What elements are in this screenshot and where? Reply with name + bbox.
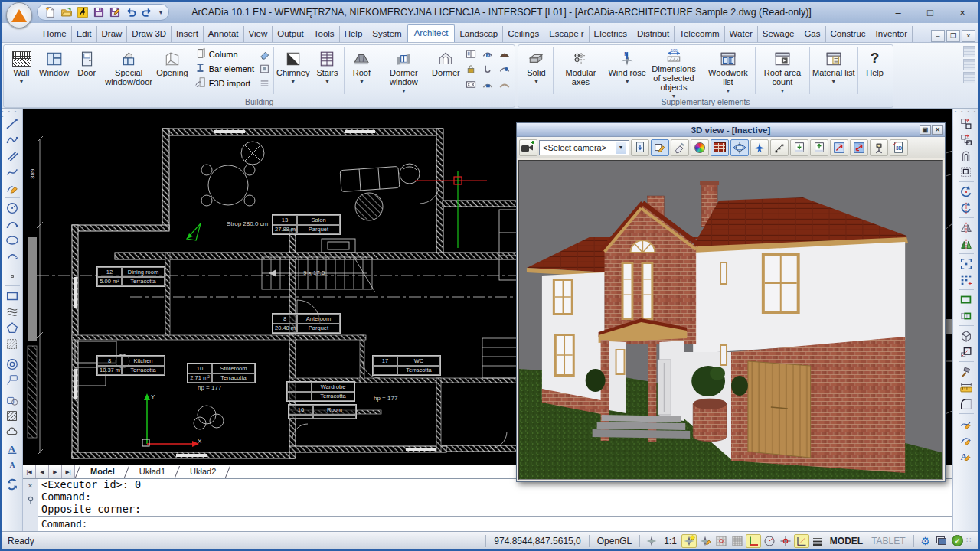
break-tool-button[interactable]	[957, 364, 975, 380]
spline-tool-button[interactable]	[3, 164, 21, 180]
offset-tool-button[interactable]	[957, 148, 975, 164]
eraser-small-icon-button[interactable]	[256, 47, 273, 60]
tablet-toggle[interactable]: TABLET	[867, 536, 909, 546]
view3d-title-bar[interactable]: 3D view - [Inactive] ▣ ✕	[517, 123, 945, 137]
minimize-button[interactable]: –	[882, 2, 914, 23]
circle-tool-button[interactable]	[3, 200, 21, 216]
edit-text-tool-button[interactable]: A	[957, 448, 975, 464]
command-close-icon[interactable]: ✕	[28, 482, 34, 490]
roof-b-icon-button[interactable]	[496, 63, 512, 76]
roof-a-icon-button[interactable]: A	[479, 47, 495, 60]
ribbon-button-stairs[interactable]: Stairs▼	[311, 46, 343, 96]
ribbon-button-modular-axes[interactable]: Modular axes	[554, 46, 606, 96]
command-input-line[interactable]: Command:	[38, 517, 952, 531]
ribbon-button-roof[interactable]: Roof▼	[345, 46, 377, 96]
line-tool-button[interactable]	[3, 116, 21, 132]
tab-output[interactable]: Output	[273, 26, 309, 42]
align-dots-tool-button[interactable]	[957, 256, 975, 272]
point-tool-button[interactable]	[3, 268, 21, 284]
save-as-button[interactable]	[108, 5, 122, 19]
last-sheet-button[interactable]: ▶|	[62, 465, 75, 478]
view3d-close-button[interactable]: ✕	[932, 125, 943, 135]
doc-restore-button[interactable]: ❒	[946, 30, 960, 42]
frame-small-icon-button[interactable]	[256, 62, 273, 75]
tab-view[interactable]: View	[244, 26, 273, 42]
copy-tool-button[interactable]	[957, 116, 975, 132]
view3d-viewport[interactable]	[518, 160, 943, 480]
arcadia-logo-icon[interactable]	[6, 2, 32, 28]
maximize-button[interactable]: □	[914, 2, 946, 23]
text-small-tool-button[interactable]: A	[3, 456, 21, 472]
sheet-tab-model[interactable]: Model	[81, 465, 124, 478]
mini-panel-icon[interactable]	[963, 46, 975, 57]
save-button[interactable]	[92, 5, 106, 19]
tab-tools[interactable]: Tools	[309, 26, 340, 42]
eraser3d-button[interactable]	[671, 139, 689, 156]
ribbon-button-help[interactable]: ?Help	[859, 46, 891, 96]
ribbon-button-wall[interactable]: Wall▼	[5, 46, 38, 96]
hatch-tool-button[interactable]	[3, 408, 21, 424]
ribbon-button-dormer[interactable]: Dormer	[430, 46, 462, 96]
grid-toggle[interactable]	[730, 534, 745, 548]
copy-multi-tool-button[interactable]	[957, 132, 975, 148]
status-renderer[interactable]: OpenGL	[593, 536, 635, 546]
mini-panel-icon[interactable]	[963, 72, 975, 83]
ribbon-button-f3d-import[interactable]: F3D import	[193, 77, 256, 90]
roof-dark-icon-button[interactable]	[496, 47, 512, 60]
next-sheet-button[interactable]: ▶	[49, 465, 62, 478]
doc-close-button[interactable]: ×	[962, 30, 975, 42]
tab-insert[interactable]: Insert	[172, 26, 204, 42]
leader-tool-button[interactable]	[3, 372, 21, 388]
tab-gas[interactable]: Gas	[799, 26, 825, 42]
prev-sheet-button[interactable]: ◀	[36, 465, 49, 478]
walk-button[interactable]	[770, 139, 789, 156]
mini-panel-icon[interactable]	[963, 59, 975, 70]
tab-draw[interactable]: Draw	[97, 26, 128, 42]
ribbon-button-special-window-door[interactable]: Special window/door	[103, 46, 155, 96]
arc-b-icon-button[interactable]	[496, 78, 512, 91]
multiline-tool-button[interactable]	[3, 304, 21, 320]
frames-icon-button[interactable]	[462, 78, 479, 91]
rotate-axis-tool-button[interactable]	[957, 200, 975, 216]
ribbon-button-woodwork-list[interactable]: Woodwork list▼	[702, 46, 754, 96]
annot-pen-toggle[interactable]	[697, 534, 713, 548]
ribbon-button-column[interactable]: Column	[193, 47, 256, 60]
first-sheet-button[interactable]: |◀	[23, 465, 36, 478]
annot-bulb-toggle[interactable]	[681, 534, 697, 548]
undo-button[interactable]	[124, 5, 138, 19]
ribbon-button-roof-area-count[interactable]: Roof area count▼	[756, 46, 808, 96]
restore-view-button[interactable]	[810, 139, 828, 156]
grid-snap-toggle[interactable]	[714, 534, 729, 548]
array-dots-tool-button[interactable]	[957, 272, 975, 288]
annotation-compass-icon[interactable]	[644, 534, 659, 548]
camera-combo-arrow-icon[interactable]: ▼	[616, 142, 626, 154]
camera-select-combo[interactable]: <Select camera> ▼	[539, 140, 629, 155]
ribbon-button-dimensions-of-selected-objects[interactable]: 100Dimensions of selected objects▼	[648, 46, 700, 96]
tab-ceilings[interactable]: Ceilings	[503, 26, 544, 42]
fillet-tool-button[interactable]	[957, 396, 975, 412]
close-button[interactable]: ×	[946, 2, 978, 23]
ellipse-tool-button[interactable]	[3, 232, 21, 248]
camera-go-button[interactable]	[631, 139, 649, 156]
tab-water[interactable]: Water	[725, 26, 758, 42]
tab-inventor[interactable]: Inventor	[871, 26, 913, 42]
array-rect-tool-button[interactable]	[957, 164, 975, 180]
tab-telecomm[interactable]: Telecomm	[675, 26, 724, 42]
sheet-tab-uk-ad1[interactable]: Układ1	[130, 465, 175, 478]
colors-button[interactable]	[691, 139, 709, 156]
cloud-tool-button[interactable]	[3, 424, 21, 440]
window-book-icon-button[interactable]	[462, 47, 479, 60]
model-space-toggle[interactable]: MODEL	[826, 536, 867, 546]
plan-arrow1-button[interactable]	[830, 139, 848, 156]
ribbon-button-window[interactable]: Window	[38, 46, 70, 96]
tab-draw-3d[interactable]: Draw 3D	[127, 26, 172, 42]
edit-spline-tool-button[interactable]	[957, 416, 975, 432]
view3d-restore-button[interactable]: ▣	[920, 125, 931, 135]
save-view-button[interactable]	[790, 139, 808, 156]
view3d-window[interactable]: 3D view - [Inactive] ▣ ✕ <Select camera>…	[516, 122, 946, 482]
polygon-tool-button[interactable]	[3, 320, 21, 336]
osnap-toggle[interactable]	[778, 534, 793, 548]
tab-architect[interactable]: Architect	[407, 24, 456, 42]
doc-minimize-button[interactable]: –	[931, 30, 945, 42]
arcadia-tool-button[interactable]	[76, 5, 90, 19]
